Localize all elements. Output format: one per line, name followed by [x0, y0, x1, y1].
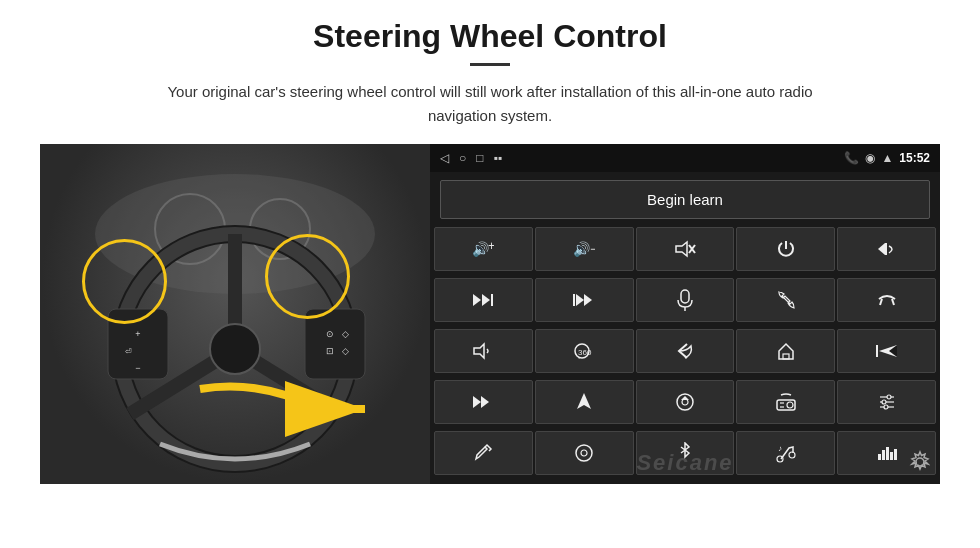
begin-learn-row: Begin learn [430, 172, 940, 227]
highlight-circle-left [82, 239, 167, 324]
svg-rect-68 [882, 450, 885, 460]
home-button[interactable] [736, 329, 835, 373]
page-title: Steering Wheel Control [313, 18, 667, 55]
gear-icon[interactable] [908, 450, 932, 480]
svg-marker-32 [576, 294, 584, 306]
android-panel: ◁ ○ □ ▪▪ 📞 ◉ ▲ 15:52 Begin learn [430, 144, 940, 484]
svg-point-61 [884, 405, 888, 409]
svg-marker-26 [878, 243, 885, 255]
back-icon: ◁ [440, 151, 449, 165]
signal-icon: ▪▪ [494, 151, 503, 165]
vol-up-button[interactable]: 🔊+ [434, 227, 533, 271]
phone-icon: 📞 [844, 151, 859, 165]
settings-knob-button[interactable] [535, 431, 634, 475]
svg-line-37 [892, 299, 894, 305]
phone-prev-button[interactable] [837, 227, 936, 271]
power-button[interactable] [736, 227, 835, 271]
back-nav-button[interactable] [636, 329, 735, 373]
arrow-svg [180, 369, 380, 449]
svg-point-53 [787, 402, 793, 408]
svg-marker-38 [474, 344, 484, 358]
svg-marker-33 [584, 294, 592, 306]
svg-marker-46 [473, 396, 481, 408]
call-button[interactable] [736, 278, 835, 322]
next-track-button[interactable] [434, 278, 533, 322]
mute-button[interactable] [636, 227, 735, 271]
skip-prev-button[interactable] [837, 329, 936, 373]
music-button[interactable]: ♪ [736, 431, 835, 475]
svg-rect-52 [777, 400, 795, 410]
location-icon: ◉ [865, 151, 875, 165]
svg-rect-70 [890, 452, 893, 460]
svg-point-62 [576, 445, 592, 461]
page-container: Steering Wheel Control Your original car… [0, 0, 980, 548]
svg-text:◇: ◇ [342, 346, 349, 356]
svg-text:−: − [135, 363, 140, 373]
highlight-circle-right [265, 234, 350, 319]
svg-text:⊡: ⊡ [326, 346, 334, 356]
status-right: 📞 ◉ ▲ 15:52 [844, 151, 930, 165]
status-time: 15:52 [899, 151, 930, 165]
edit-button[interactable] [434, 431, 533, 475]
vol-down-button[interactable]: 🔊− [535, 227, 634, 271]
svg-text:−: − [590, 242, 595, 256]
360-view-button[interactable]: 360 ° [535, 329, 634, 373]
svg-rect-34 [681, 290, 689, 303]
svg-text:♪: ♪ [778, 444, 782, 453]
svg-rect-69 [886, 447, 889, 460]
svg-marker-28 [473, 294, 481, 306]
svg-rect-67 [878, 454, 881, 460]
svg-point-63 [581, 450, 587, 456]
svg-marker-23 [676, 242, 687, 256]
svg-text:+: + [488, 240, 494, 253]
svg-marker-47 [481, 396, 489, 408]
home-circle-icon: ○ [459, 151, 466, 165]
watermark: Seicane [636, 450, 733, 476]
svg-rect-71 [894, 449, 897, 460]
navigation-button[interactable] [535, 380, 634, 424]
eq-button[interactable] [837, 380, 936, 424]
svg-point-64 [777, 456, 783, 462]
svg-point-65 [789, 452, 795, 458]
mic-button[interactable] [636, 278, 735, 322]
svg-point-60 [887, 395, 891, 399]
image-panel: + ⏎ − ⊙ ◇ ⊡ ◇ [40, 144, 430, 484]
recents-icon: □ [476, 151, 483, 165]
end-call-button[interactable] [837, 278, 936, 322]
svg-point-8 [210, 324, 260, 374]
ff-skip-button[interactable] [535, 278, 634, 322]
svg-line-36 [880, 299, 882, 305]
content-row: + ⏎ − ⊙ ◇ ⊡ ◇ [40, 144, 940, 484]
svg-point-72 [916, 458, 924, 466]
svg-marker-29 [482, 294, 490, 306]
svg-point-59 [882, 400, 886, 404]
svg-text:+: + [135, 329, 140, 339]
wifi-icon: ▲ [881, 151, 893, 165]
svg-marker-51 [681, 396, 689, 400]
status-left: ◁ ○ □ ▪▪ [440, 151, 502, 165]
status-bar: ◁ ○ □ ▪▪ 📞 ◉ ▲ 15:52 [430, 144, 940, 172]
controls-grid: 🔊+ 🔊− [430, 227, 940, 484]
steering-wheel-bg: + ⏎ − ⊙ ◇ ⊡ ◇ [40, 144, 430, 484]
svg-text:🔊: 🔊 [573, 241, 591, 258]
svg-text:⊙: ⊙ [326, 329, 334, 339]
radio-button[interactable] [736, 380, 835, 424]
svg-text:◇: ◇ [342, 329, 349, 339]
eject-button[interactable] [636, 380, 735, 424]
svg-marker-48 [577, 393, 591, 409]
page-subtitle: Your original car's steering wheel contr… [140, 80, 840, 128]
speaker-button[interactable] [434, 329, 533, 373]
svg-text:⏎: ⏎ [125, 347, 132, 356]
next-chapter-button[interactable] [434, 380, 533, 424]
title-divider [470, 63, 510, 66]
begin-learn-button[interactable]: Begin learn [440, 180, 930, 219]
